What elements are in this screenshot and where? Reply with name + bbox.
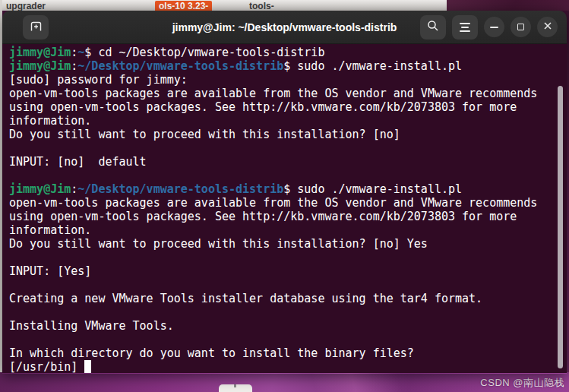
titlebar-controls (420, 15, 558, 40)
terminal-output[interactable]: jimmy@Jim:~$ cd ~/Desktop/vmware-tools-d… (2, 44, 567, 373)
terminal-line: Do you still want to proceed with this i… (9, 237, 567, 251)
menu-icon (460, 23, 470, 32)
close-button[interactable] (537, 17, 558, 37)
background-file-label: tools- (249, 1, 274, 11)
new-tab-button[interactable] (23, 15, 49, 40)
terminal-line (9, 333, 567, 346)
terminal-titlebar: jimmy@Jim: ~/Desktop/vmware-tools-distri… (2, 11, 567, 44)
maximize-button[interactable] (511, 17, 531, 37)
terminal-line: In which directory do you want to instal… (9, 346, 567, 360)
terminal-line: Do you still want to proceed with this i… (9, 128, 567, 141)
search-button[interactable] (420, 15, 446, 40)
search-icon (427, 20, 439, 34)
terminal-window: jimmy@Jim: ~/Desktop/vmware-tools-distri… (2, 11, 567, 374)
terminal-line: jimmy@Jim:~/Desktop/vmware-tools-distrib… (9, 59, 567, 73)
terminal-line: [sudo] password for jimmy: (9, 73, 567, 87)
background-dialog-edge (219, 384, 252, 392)
terminal-line (9, 141, 567, 155)
terminal-line (9, 251, 567, 264)
terminal-line: jimmy@Jim:~$ cd ~/Desktop/vmware-tools-d… (9, 46, 567, 59)
terminal-line: information. (9, 114, 567, 128)
terminal-line: using open-vm-tools packages. See http:/… (9, 210, 567, 223)
close-icon (543, 21, 552, 33)
menu-button[interactable] (452, 15, 478, 40)
terminal-line (9, 278, 567, 292)
terminal-line: [/usr/bin] (9, 360, 567, 373)
terminal-line (9, 305, 567, 319)
background-file-label: upgrader (6, 1, 46, 11)
terminal-line: Creating a new VMware Tools installer da… (9, 292, 567, 305)
terminal-line: using open-vm-tools packages. See http:/… (9, 100, 567, 114)
terminal-line: INPUT: [no] default (9, 155, 567, 169)
terminal-line: INPUT: [Yes] (9, 264, 567, 278)
maximize-icon (517, 24, 524, 30)
desktop-wallpaper-top (447, 0, 569, 11)
minimize-button[interactable] (484, 17, 504, 37)
terminal-line: open-vm-tools packages are available fro… (9, 87, 567, 100)
terminal-line: information. (9, 223, 567, 237)
background-file-label-selected: ols-10 3.23- (155, 1, 212, 11)
terminal-line: open-vm-tools packages are available fro… (9, 196, 567, 210)
background-window-strip: upgrader ols-10 3.23- tools- (0, 0, 447, 11)
terminal-line (9, 169, 567, 182)
minimize-icon (490, 27, 498, 28)
scrollbar[interactable] (558, 86, 563, 368)
watermark-text: CSDN @南山隐栈 (480, 376, 564, 390)
terminal-line: jimmy@Jim:~/Desktop/vmware-tools-distrib… (9, 182, 567, 196)
terminal-cursor (84, 360, 91, 373)
desktop-wallpaper-bottom: CSDN @南山隐栈 (0, 372, 569, 392)
new-tab-icon (30, 20, 43, 35)
terminal-line: Installing VMware Tools. (9, 319, 567, 333)
